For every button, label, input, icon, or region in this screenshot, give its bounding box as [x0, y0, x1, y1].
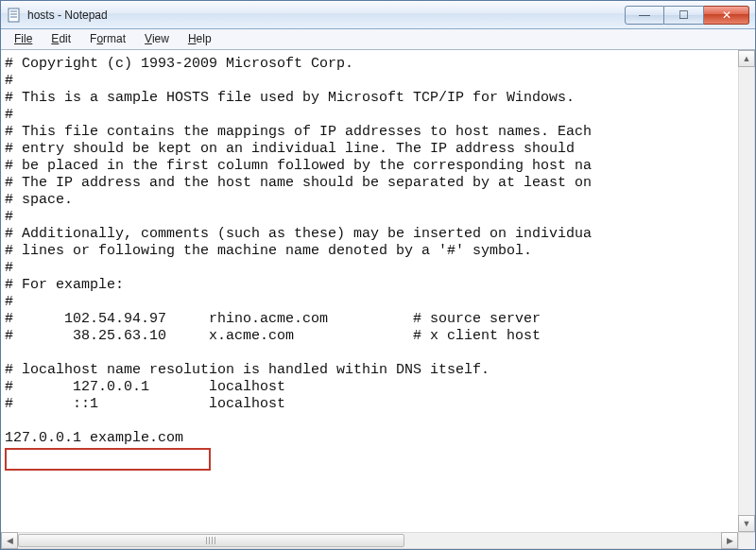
menu-format-label: Format [90, 32, 126, 45]
window-buttons: — ☐ ✕ [625, 6, 749, 25]
chevron-up-icon: ▲ [743, 54, 751, 63]
menu-file[interactable]: File [5, 29, 42, 49]
vscroll-track[interactable] [738, 67, 755, 515]
menu-edit-label: Edit [51, 32, 71, 45]
client-area: # Copyright (c) 1993-2009 Microsoft Corp… [1, 50, 755, 549]
menubar: File Edit Format View Help [1, 29, 755, 50]
notepad-icon [7, 8, 22, 23]
maximize-button[interactable]: ☐ [664, 6, 704, 25]
chevron-down-icon: ▼ [743, 519, 751, 528]
grip-icon [206, 537, 217, 544]
menu-format[interactable]: Format [80, 29, 135, 49]
menu-help-label: Help [188, 32, 212, 45]
close-button[interactable]: ✕ [704, 6, 749, 25]
notepad-window: hosts - Notepad — ☐ ✕ File Edit Format V… [0, 0, 756, 550]
maximize-icon: ☐ [679, 9, 689, 22]
minimize-button[interactable]: — [625, 6, 664, 25]
minimize-icon: — [639, 9, 650, 22]
chevron-right-icon: ▶ [727, 536, 733, 545]
vertical-scrollbar[interactable]: ▲ ▼ [738, 50, 755, 532]
hscroll-thumb[interactable] [18, 534, 404, 547]
scroll-corner [738, 532, 755, 549]
chevron-left-icon: ◀ [7, 536, 13, 545]
scroll-left-button[interactable]: ◀ [1, 532, 18, 549]
menu-view-label: View [145, 32, 169, 45]
text-editor[interactable]: # Copyright (c) 1993-2009 Microsoft Corp… [3, 52, 738, 532]
svg-rect-0 [9, 9, 19, 22]
window-title: hosts - Notepad [27, 9, 108, 22]
scroll-down-button[interactable]: ▼ [738, 515, 755, 532]
menu-edit[interactable]: Edit [42, 29, 80, 49]
menu-view[interactable]: View [135, 29, 179, 49]
titlebar[interactable]: hosts - Notepad — ☐ ✕ [1, 1, 755, 29]
scroll-up-button[interactable]: ▲ [738, 50, 755, 67]
horizontal-scrollbar[interactable]: ◀ ▶ [1, 532, 738, 549]
hscroll-track[interactable] [18, 532, 721, 549]
menu-file-label: File [14, 32, 32, 45]
scroll-right-button[interactable]: ▶ [721, 532, 738, 549]
menu-help[interactable]: Help [179, 29, 221, 49]
close-icon: ✕ [722, 9, 731, 22]
